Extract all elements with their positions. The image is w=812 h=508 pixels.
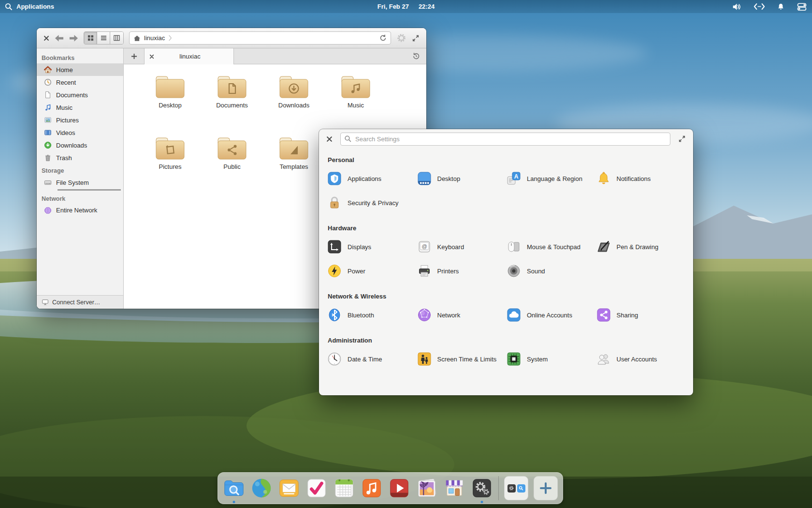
maximize-button[interactable] bbox=[412, 34, 420, 42]
settings-item-online-accounts[interactable]: Online Accounts bbox=[506, 303, 596, 327]
settings-item-sound[interactable]: Sound bbox=[506, 259, 596, 283]
breadcrumb[interactable]: linuxiac bbox=[144, 34, 165, 42]
dock-photos[interactable] bbox=[416, 477, 438, 499]
settings-item-screen-time[interactable]: Screen Time & Limits bbox=[417, 347, 507, 371]
settings-item-printers[interactable]: Printers bbox=[417, 259, 507, 283]
lock-icon bbox=[327, 195, 342, 210]
search-settings-input[interactable] bbox=[340, 133, 670, 146]
folder-templates[interactable]: Templates bbox=[267, 136, 321, 198]
settings-item-desktop[interactable]: Desktop bbox=[417, 166, 507, 191]
path-bar[interactable]: linuxiac bbox=[129, 31, 391, 45]
settings-item-applications[interactable]: Applications bbox=[327, 166, 417, 191]
folder-icon bbox=[217, 136, 247, 161]
new-tab-button[interactable] bbox=[124, 48, 144, 64]
folder-public[interactable]: Public bbox=[205, 136, 259, 198]
workspace-switcher[interactable] bbox=[504, 476, 528, 500]
add-workspace-button[interactable] bbox=[534, 476, 558, 500]
folder-pictures[interactable]: Pictures bbox=[143, 136, 197, 198]
column-view-button[interactable] bbox=[110, 32, 123, 44]
column-view-icon bbox=[114, 35, 120, 41]
sidebar-item-recent[interactable]: Recent bbox=[37, 76, 123, 89]
settings-item-pen-drawing[interactable]: Pen & Drawing bbox=[596, 235, 686, 259]
settings-item-system[interactable]: System bbox=[506, 347, 596, 371]
refresh-button[interactable] bbox=[379, 34, 387, 42]
connect-server-button[interactable]: Connect Server… bbox=[37, 295, 123, 309]
settings-item-date-time[interactable]: Date & Time bbox=[327, 347, 417, 371]
tab-linuxiac[interactable]: linuxiac bbox=[144, 48, 234, 64]
chip-icon bbox=[506, 351, 522, 367]
clock-icon bbox=[327, 351, 342, 367]
dock-system-settings[interactable] bbox=[471, 477, 493, 499]
settings-gears-icon bbox=[471, 477, 493, 499]
dock-files[interactable] bbox=[223, 477, 245, 499]
sidebar-item-filesystem[interactable]: File System bbox=[37, 176, 123, 189]
dock-tasks[interactable] bbox=[305, 477, 328, 499]
settings-item-displays[interactable]: Displays bbox=[327, 235, 417, 259]
section-title-network-wireless: Network & Wireless bbox=[328, 293, 685, 300]
settings-item-security-privacy[interactable]: Security & Privacy bbox=[327, 191, 417, 215]
home-icon bbox=[133, 35, 141, 42]
sidebar-item-music[interactable]: Music bbox=[37, 101, 123, 114]
settings-menu-button[interactable] bbox=[396, 33, 406, 43]
sidebar-section-storage: Storage bbox=[37, 164, 123, 176]
settings-item-power[interactable]: Power bbox=[327, 259, 417, 283]
maximize-button[interactable] bbox=[678, 135, 686, 143]
folder-music[interactable]: Music bbox=[329, 75, 383, 136]
dock-music[interactable] bbox=[361, 477, 383, 499]
settings-item-language-region[interactable]: A Language & Region bbox=[506, 166, 596, 191]
forward-button[interactable] bbox=[69, 34, 78, 42]
back-button[interactable] bbox=[55, 34, 64, 42]
close-window-button[interactable] bbox=[44, 35, 49, 41]
settings-item-network[interactable]: Network bbox=[417, 303, 507, 327]
list-view-button[interactable] bbox=[97, 32, 110, 44]
sidebar-item-downloads[interactable]: Downloads bbox=[37, 139, 123, 151]
session-toggles-icon bbox=[797, 2, 807, 11]
section-title-administration: Administration bbox=[328, 337, 685, 344]
close-icon bbox=[326, 136, 333, 142]
close-window-button[interactable] bbox=[326, 136, 333, 142]
settings-item-mouse-touchpad[interactable]: Mouse & Touchpad bbox=[506, 235, 596, 259]
tab-history-button[interactable] bbox=[406, 48, 426, 64]
settings-window: Personal Applications Desktop A Language… bbox=[319, 129, 693, 395]
trash-icon bbox=[44, 154, 52, 162]
videos-icon bbox=[388, 477, 410, 499]
grid-view-button[interactable] bbox=[84, 32, 97, 44]
session-indicator[interactable] bbox=[797, 2, 807, 11]
folder-downloads[interactable]: Downloads bbox=[267, 75, 321, 136]
folder-desktop[interactable]: Desktop bbox=[143, 75, 197, 136]
notifications-indicator[interactable] bbox=[777, 2, 785, 11]
settings-item-notifications[interactable]: Notifications bbox=[596, 166, 686, 191]
sidebar-item-entire-network[interactable]: Entire Network bbox=[37, 204, 123, 217]
network-indicator[interactable] bbox=[754, 2, 765, 11]
sidebar-item-pictures[interactable]: Pictures bbox=[37, 114, 123, 126]
tab-close-button[interactable] bbox=[149, 54, 154, 59]
dock-mail[interactable] bbox=[278, 477, 300, 499]
dock-web-browser[interactable] bbox=[250, 477, 273, 499]
sidebar-item-label: Videos bbox=[56, 129, 75, 136]
music-icon bbox=[361, 477, 383, 499]
dock-calendar[interactable] bbox=[333, 477, 355, 499]
sidebar-item-trash[interactable]: Trash bbox=[37, 151, 123, 164]
sidebar-item-videos[interactable]: Videos bbox=[37, 126, 123, 139]
applications-menu[interactable]: Applications bbox=[5, 3, 54, 11]
search-icon bbox=[5, 3, 13, 11]
appcenter-icon bbox=[443, 477, 465, 499]
hard-drive-icon bbox=[44, 179, 52, 186]
sidebar-item-home[interactable]: Home bbox=[37, 63, 123, 76]
settings-item-keyboard[interactable]: @ Keyboard bbox=[417, 235, 507, 259]
network-sphere-icon bbox=[417, 307, 432, 323]
photos-icon bbox=[416, 477, 438, 499]
datetime-indicator[interactable]: Fri, Feb 27 22:24 bbox=[377, 3, 435, 10]
folder-documents[interactable]: Documents bbox=[205, 75, 259, 136]
dock-videos[interactable] bbox=[388, 477, 410, 499]
recent-icon bbox=[44, 78, 52, 86]
desktop-icon bbox=[417, 171, 432, 186]
settings-item-user-accounts[interactable]: User Accounts bbox=[596, 347, 686, 371]
settings-item-sharing[interactable]: Sharing bbox=[596, 303, 686, 327]
panel-date: Fri, Feb 27 bbox=[377, 3, 409, 10]
settings-item-bluetooth[interactable]: Bluetooth bbox=[327, 303, 417, 327]
sidebar-item-documents[interactable]: Documents bbox=[37, 89, 123, 101]
volume-indicator[interactable] bbox=[732, 2, 742, 11]
dock-appcenter[interactable] bbox=[443, 477, 465, 499]
sidebar-item-label: Recent bbox=[56, 79, 76, 86]
